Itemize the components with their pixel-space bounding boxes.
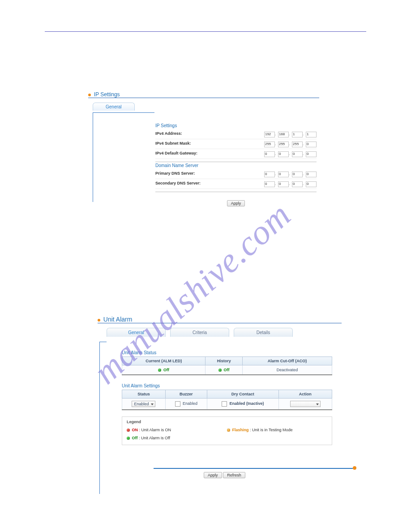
row-ipv4-address: IPv4 Address: 192. 168. 1. 1	[155, 129, 317, 139]
led-green-icon	[218, 369, 222, 372]
led-green-icon	[158, 369, 161, 372]
sdns-oct4[interactable]: 0	[306, 181, 317, 187]
subnet-oct2[interactable]: 255	[278, 142, 289, 147]
legend-title: Legend	[127, 420, 327, 424]
row-ipv4-subnet: IPv4 Subnet Mask: 255. 255. 255. 0	[155, 139, 317, 149]
sdns-oct1[interactable]: 0	[264, 181, 275, 187]
label-ipv4-subnet: IPv4 Subnet Mask:	[155, 141, 191, 146]
val-status: Enabled	[122, 399, 166, 410]
legend-off: Off : Unit Alarm is Off	[127, 436, 227, 440]
ua-tab-row: General Criteria Details	[98, 328, 342, 337]
pdns-oct4[interactable]: 0	[306, 172, 317, 177]
ip-settings-panel: IP Settings General IP Settings IPv4 Add…	[88, 91, 319, 206]
ua-frame-top	[99, 342, 107, 342]
row-secondary-dns: Secondary DNS Server: 0. 0. 0. 0	[155, 179, 317, 189]
buzzer-label: Enabled	[183, 401, 197, 406]
section-divider-2	[155, 192, 317, 192]
ipv4-address-oct1[interactable]: 192	[264, 132, 275, 137]
bullet-icon	[98, 319, 100, 322]
footer-button-row: Apply Refresh	[204, 472, 245, 478]
tab-criteria[interactable]: Criteria	[170, 328, 229, 337]
col-history: History	[206, 357, 243, 365]
gw-oct4[interactable]: 0	[306, 151, 317, 157]
label-secondary-dns: Secondary DNS Server:	[155, 181, 201, 185]
section-divider	[155, 162, 317, 162]
footer-bullet-icon	[353, 466, 356, 470]
dry-label: Enabled (Inactive)	[229, 401, 264, 406]
header-rule	[45, 31, 366, 32]
ua-frame-left	[99, 342, 100, 494]
ip-tab-row: General	[93, 103, 319, 111]
legend-flashing: Flashing : Unit is in Testing Mode	[227, 428, 327, 432]
legend-on: ON : Unit Alarm is ON	[127, 428, 227, 432]
col-action: Action	[278, 390, 332, 399]
val-aco: Deactivated	[243, 365, 332, 375]
label-ipv4-address: IPv4 Address:	[155, 131, 182, 136]
title-rule-2	[98, 323, 342, 323]
unit-alarm-title: Unit Alarm	[103, 316, 133, 323]
ua-status-table: Current (ALM LED) History Alarm Cut-Off …	[122, 356, 332, 375]
tab-general[interactable]: General	[93, 103, 135, 111]
label-primary-dns: Primary DNS Server:	[155, 171, 195, 176]
pdns-oct1[interactable]: 0	[264, 172, 275, 177]
col-status: Status	[122, 390, 166, 399]
tab-details[interactable]: Details	[234, 328, 293, 337]
sdns-oct3[interactable]: 0	[292, 181, 303, 187]
row-primary-dns: Primary DNS Server: 0. 0. 0. 0	[155, 169, 317, 179]
val-history: Off	[206, 365, 243, 375]
dry-checkbox[interactable]	[222, 401, 227, 407]
panel-heading-row: IP Settings	[88, 91, 319, 98]
ua-settings-table: Status Buzzer Dry Contact Action Enabled…	[122, 390, 332, 410]
footer-refresh-button[interactable]: Refresh	[223, 472, 245, 478]
pdns-oct2[interactable]: 0	[278, 172, 289, 177]
col-dry: Dry Contact	[207, 390, 278, 399]
label-ipv4-gateway: IPv4 Default Gateway:	[155, 151, 197, 155]
gw-oct3[interactable]: 0	[292, 151, 303, 157]
legend-box: Legend ON : Unit Alarm is ON Flashing : …	[122, 416, 332, 445]
col-buzzer: Buzzer	[165, 390, 207, 399]
val-action	[278, 399, 332, 410]
ua-content: Unit Alarm Status Current (ALM LED) Hist…	[122, 350, 332, 445]
val-buzzer: Enabled	[165, 399, 207, 410]
led-orange-icon	[227, 429, 230, 432]
ua-settings-head: Unit Alarm Settings	[122, 383, 332, 388]
ip-form: IP Settings IPv4 Address: 192. 168. 1. 1…	[155, 123, 317, 206]
bullet-icon	[88, 94, 91, 96]
ip-section-head: IP Settings	[155, 123, 317, 128]
action-select[interactable]	[290, 401, 321, 407]
ipv4-address-oct2[interactable]: 168	[278, 132, 289, 137]
row-ipv4-gateway: IPv4 Default Gateway: 0. 0. 0. 0	[155, 149, 317, 159]
footer-rule	[154, 468, 353, 469]
ipv4-address-oct4[interactable]: 1	[306, 132, 317, 137]
dns-section-head: Domain Name Server	[155, 163, 317, 168]
unit-alarm-panel: Unit Alarm General Criteria Details Unit…	[98, 316, 342, 445]
col-aco: Alarm Cut-Off (ACO)	[243, 357, 332, 365]
subnet-oct1[interactable]: 255	[264, 142, 275, 147]
subnet-oct4[interactable]: 0	[306, 142, 317, 147]
gw-oct1[interactable]: 0	[264, 151, 275, 157]
ip-settings-title: IP Settings	[94, 91, 120, 98]
footer-apply-button[interactable]: Apply	[204, 472, 222, 478]
subnet-oct3[interactable]: 255	[292, 142, 303, 147]
apply-button[interactable]: Apply	[227, 200, 245, 206]
col-current: Current (ALM LED)	[122, 357, 206, 365]
ua-status-head: Unit Alarm Status	[122, 350, 332, 355]
sdns-oct2[interactable]: 0	[278, 181, 289, 187]
ipv4-address-oct3[interactable]: 1	[292, 132, 303, 137]
title-rule	[88, 98, 319, 98]
status-select[interactable]: Enabled	[132, 401, 155, 407]
tab-frame-left	[93, 112, 93, 202]
panel-heading-row: Unit Alarm	[98, 316, 342, 323]
val-current: Off	[122, 365, 206, 375]
gw-oct2[interactable]: 0	[278, 151, 289, 157]
led-green-icon	[127, 437, 130, 440]
pdns-oct3[interactable]: 0	[292, 172, 303, 177]
val-dry: Enabled (Inactive)	[207, 399, 278, 410]
buzzer-checkbox[interactable]	[175, 401, 180, 407]
led-red-icon	[127, 429, 130, 432]
tab-frame-top	[93, 112, 154, 113]
tab-general[interactable]: General	[107, 328, 166, 337]
